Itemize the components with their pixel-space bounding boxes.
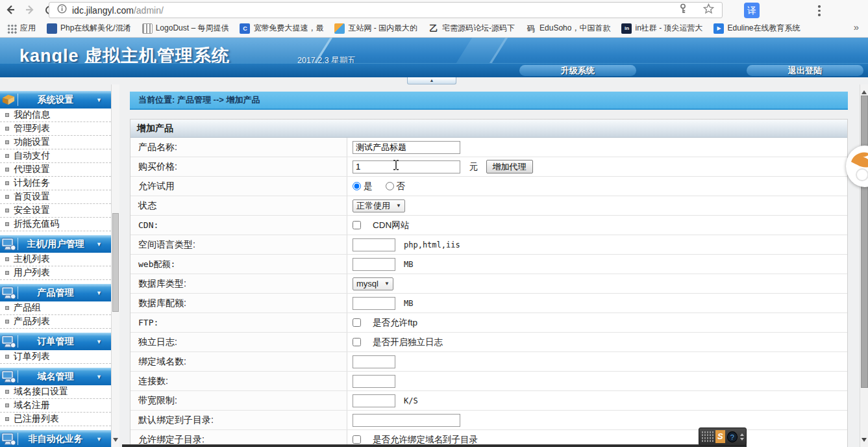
scroll-down-icon[interactable] bbox=[862, 438, 867, 444]
connection-count-input[interactable] bbox=[353, 375, 395, 388]
window-bottom-edge bbox=[122, 444, 747, 447]
bookmark-item[interactable]: 互站网 - 国内最大的 bbox=[334, 23, 417, 34]
bookmark-item[interactable]: 码EduSoho，中国首款 bbox=[526, 23, 610, 34]
edusoho-favicon: 码 bbox=[526, 23, 536, 34]
sidebar-item[interactable]: 已注册列表 bbox=[0, 413, 111, 426]
sidebar-item[interactable]: 订单列表 bbox=[0, 350, 111, 364]
add-product-panel: 增加产品 产品名称: 购买价格: 元增加代理 允许试用 是 否 状态 正常使用▼… bbox=[130, 119, 848, 447]
tiny-up-icon[interactable] bbox=[740, 431, 744, 436]
tiny-down-icon[interactable] bbox=[740, 438, 744, 442]
bookmark-star-icon[interactable] bbox=[703, 3, 714, 17]
bookmark-item[interactable]: Php在线解美化/混淆 bbox=[47, 23, 131, 34]
form-row-connections: 连接数: bbox=[130, 372, 847, 391]
status-select[interactable]: 正常使用▼ bbox=[353, 199, 405, 212]
radio-label: 是 bbox=[364, 181, 373, 192]
forward-icon[interactable] bbox=[23, 3, 36, 16]
bookmark-item[interactable]: 乙宅需源码论坛-源码下 bbox=[428, 23, 515, 34]
ftp-checkbox[interactable] bbox=[353, 318, 361, 327]
page-scrollbar[interactable] bbox=[860, 84, 868, 447]
bandwidth-limit-input[interactable] bbox=[353, 394, 395, 407]
field-label: 购买价格: bbox=[130, 157, 347, 176]
trial-no-radio[interactable] bbox=[386, 182, 394, 190]
product-name-input[interactable] bbox=[353, 141, 460, 154]
address-bar[interactable]: idc.jilangyl.com/admin/ bbox=[49, 2, 723, 18]
language-type-input[interactable] bbox=[353, 238, 395, 251]
bookmark-item[interactable]: LogoDust – 每周提供 bbox=[142, 23, 229, 34]
field-label: 数据库配额: bbox=[130, 294, 347, 313]
books-icon bbox=[1, 92, 16, 107]
sidebar-section-header[interactable]: 域名管理▼ bbox=[0, 368, 111, 385]
independent-log-checkbox[interactable] bbox=[353, 338, 361, 346]
sidebar-item[interactable]: 产品组 bbox=[0, 301, 111, 315]
form-row-web-quota: web配额: MB bbox=[130, 255, 847, 274]
sidebar-item[interactable]: 安全设置 bbox=[0, 204, 111, 218]
sidebar-section-header[interactable]: 非自动化业务▼ bbox=[0, 430, 111, 447]
sidebar-item[interactable]: 主机列表 bbox=[0, 253, 111, 266]
capture-tool-widget[interactable]: S ? bbox=[699, 428, 747, 446]
url-path: /admin/ bbox=[134, 5, 164, 16]
bookmark-item[interactable]: inin社群 - 顶尖运营大 bbox=[621, 23, 702, 34]
sidebar-item[interactable]: 功能设置 bbox=[0, 136, 111, 149]
widget-stepper[interactable] bbox=[740, 431, 744, 442]
sidebar-section-header[interactable]: 产品管理▼ bbox=[0, 284, 111, 301]
upgrade-system-link[interactable]: 升级系统 bbox=[519, 65, 636, 76]
scroll-up-icon[interactable] bbox=[862, 88, 867, 94]
sidebar-item[interactable]: 折抵充值码 bbox=[0, 218, 111, 231]
default-subdir-input[interactable] bbox=[353, 414, 460, 427]
screen: idc.jilangyl.com/admin/ 译 应用 Php在线解美化/混淆… bbox=[0, 0, 868, 447]
page-scrollbar-thumb[interactable] bbox=[861, 96, 868, 388]
add-agent-button[interactable]: 增加代理 bbox=[486, 160, 533, 173]
domain-count-input[interactable] bbox=[353, 355, 395, 368]
sidebar-item[interactable]: 代理设置 bbox=[0, 163, 111, 177]
scroll-down-icon[interactable] bbox=[113, 438, 118, 444]
section-title: 主机/用户管理 bbox=[27, 238, 84, 250]
floating-contact-widget[interactable] bbox=[846, 146, 868, 187]
translate-extension-icon[interactable]: 译 bbox=[744, 3, 760, 18]
sidebar-section-header[interactable]: 主机/用户管理▼ bbox=[0, 235, 111, 253]
sidebar-section-hosts: 主机/用户管理▼ 主机列表 用户列表 bbox=[0, 235, 111, 280]
sidebar-item[interactable]: 用户列表 bbox=[0, 266, 111, 280]
bookmarks-overflow-icon[interactable]: » bbox=[854, 21, 859, 32]
sidebar-item[interactable]: 首页设置 bbox=[0, 190, 111, 204]
trial-yes-radio[interactable] bbox=[353, 182, 361, 190]
field-label: 绑定域名数: bbox=[130, 352, 347, 371]
sidebar-item[interactable]: 我的信息 bbox=[0, 109, 111, 122]
logout-link[interactable]: 退出登陆 bbox=[747, 65, 863, 76]
field-hint: php,html,iis bbox=[404, 240, 460, 249]
sidebar-scrollbar[interactable] bbox=[111, 84, 119, 447]
help-icon[interactable]: ? bbox=[727, 431, 738, 442]
bookmark-item[interactable]: C宽带免费大提速，最 bbox=[240, 23, 323, 34]
eduline-favicon: ▶ bbox=[713, 23, 724, 34]
chevron-down-icon: ▼ bbox=[96, 374, 102, 380]
bookmark-item[interactable]: ▶Eduline在线教育系统 bbox=[713, 23, 800, 34]
section-title: 订单管理 bbox=[38, 336, 74, 348]
sidebar-scrollbar-thumb[interactable] bbox=[112, 213, 119, 312]
password-key-icon[interactable] bbox=[678, 3, 688, 17]
apps-shortcut[interactable]: 应用 bbox=[6, 23, 36, 34]
chrome-menu-icon[interactable] bbox=[818, 5, 821, 18]
field-label: FTP: bbox=[130, 313, 347, 332]
capture-tool-icon[interactable]: S bbox=[715, 430, 725, 443]
sidebar-item[interactable]: 产品列表 bbox=[0, 315, 111, 329]
info-icon[interactable] bbox=[57, 4, 67, 16]
sidebar-item[interactable]: 计划任务 bbox=[0, 177, 111, 190]
web-quota-input[interactable] bbox=[353, 258, 395, 271]
sidebar-item[interactable]: 管理列表 bbox=[0, 122, 111, 136]
field-label: 数据库类型: bbox=[130, 274, 347, 293]
bind-subdir-checkbox[interactable] bbox=[353, 435, 361, 444]
url-text[interactable]: idc.jilangyl.com/admin/ bbox=[72, 5, 164, 16]
sidebar-item[interactable]: 域名注册 bbox=[0, 399, 111, 413]
select-value: mysql bbox=[356, 279, 378, 288]
collapse-header-tab[interactable]: ▲ bbox=[407, 77, 456, 84]
price-input[interactable] bbox=[353, 160, 460, 173]
form-row-product-name: 产品名称: bbox=[130, 138, 847, 157]
sidebar-section-header[interactable]: 订单管理▼ bbox=[0, 333, 111, 350]
back-icon[interactable] bbox=[4, 3, 17, 16]
sidebar-item[interactable]: 域名接口设置 bbox=[0, 385, 111, 399]
sidebar-item[interactable]: 自动支付 bbox=[0, 149, 111, 163]
currency-suffix: 元 bbox=[469, 161, 478, 173]
cdn-checkbox[interactable] bbox=[353, 221, 361, 229]
db-type-select[interactable]: mysql▼ bbox=[353, 277, 393, 290]
sidebar-section-header[interactable]: 系统设置▼ bbox=[0, 91, 111, 109]
db-quota-input[interactable] bbox=[353, 297, 395, 310]
